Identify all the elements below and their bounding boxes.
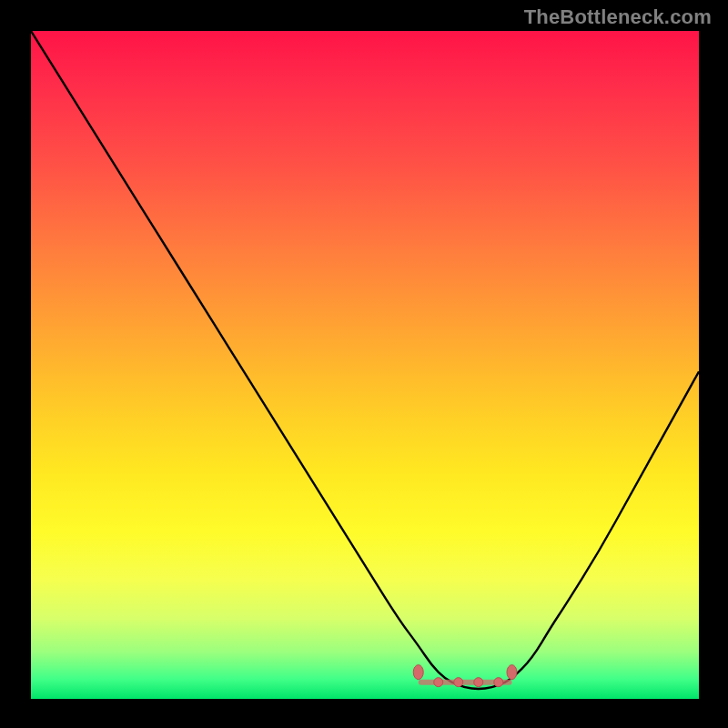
flat-region-end bbox=[507, 665, 517, 680]
curve-layer bbox=[31, 31, 699, 699]
flat-region-mid-d bbox=[494, 678, 503, 687]
flat-region-markers bbox=[413, 665, 517, 687]
flat-region-mid-c bbox=[474, 678, 483, 687]
chart-frame: TheBottleneck.com bbox=[0, 0, 728, 728]
flat-region-mid-b bbox=[454, 678, 463, 687]
plot-area bbox=[31, 31, 699, 699]
bottleneck-curve bbox=[31, 31, 699, 689]
flat-region-start bbox=[413, 665, 423, 680]
flat-region-mid-a bbox=[434, 678, 443, 687]
bottleneck-curve-path bbox=[31, 31, 699, 689]
watermark-text: TheBottleneck.com bbox=[524, 5, 712, 29]
